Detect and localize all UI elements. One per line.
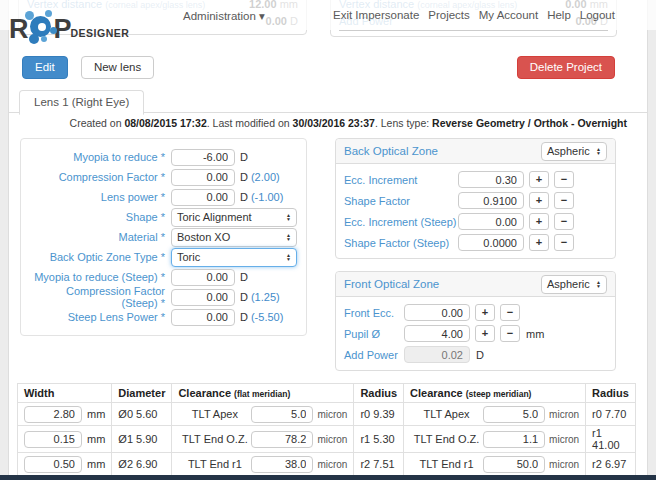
nav-administration-menu[interactable]: Administration ▾ [183,9,265,23]
clearance-steep-input[interactable] [483,456,545,473]
select-caret-icon: ▲▼ [286,253,291,262]
clearance-flat-label: TLT Apex [178,408,251,420]
zone-row: Front Ecc. + − [344,302,607,323]
app-card: Vertex distance (corneal apex/glass lens… [8,0,648,480]
material-label: Material * [29,231,171,243]
nav-help[interactable]: Help [547,9,571,21]
front-zone-profile-select[interactable]: Aspheric▲▼ [541,275,607,294]
increment-button[interactable]: + [529,192,549,209]
compression-factor-steep-input[interactable] [171,289,235,306]
suggested-value: (-5.50) [251,311,283,323]
footer-bar [0,475,656,480]
material-select[interactable]: Boston XO▲▼ [171,228,297,247]
zone-row: Add Power D [344,344,607,365]
decrement-button[interactable]: − [554,171,574,188]
zone-row: Shape Factor + − [344,190,607,211]
myopia-to-reduce-label: Myopia to reduce * [29,151,171,163]
divider [339,30,608,31]
clearance-steep-input [483,431,545,448]
nav-my-account[interactable]: My Account [479,9,538,21]
lens-tabs: Lens 1 (Right Eye) [9,89,647,113]
lens-power-input[interactable] [171,189,235,206]
zone-row: Pupil Ø + − mm [344,323,607,344]
nav-projects[interactable]: Projects [428,9,470,21]
delete-project-button[interactable]: Delete Project [517,56,615,79]
unit-d: D [476,349,484,361]
table-row: mm Ø2 6.90 TLT End r1micron r2 7.51 TLT … [18,453,636,476]
myopia-to-reduce-input[interactable] [171,149,235,166]
nav-exit-impersonate[interactable]: Exit Impersonate [333,9,419,21]
shape-factor-label: Shape Factor [344,195,458,207]
right-column: Back Optical Zone Aspheric▲▼ Ecc. Increm… [335,138,616,371]
ecc-increment-input[interactable] [458,171,524,188]
radius-steep-value: r2 6.97 [586,453,636,476]
front-ecc-input[interactable] [404,304,470,321]
ecc-increment-steep-input[interactable] [458,213,524,230]
compression-factor-steep-label: Compression Factor (Steep) * [29,285,171,309]
front-optical-zone-title: Front Optical Zone [344,278,439,290]
diameter-value: Ø2 6.90 [112,453,172,476]
compression-factor-label: Compression Factor * [29,171,171,183]
zone-row: Ecc. Increment (Steep) + − [344,211,607,232]
shape-select[interactable]: Toric Alignment▲▼ [171,208,297,227]
shape-factor-steep-input[interactable] [458,234,524,251]
increment-button[interactable]: + [529,171,549,188]
clearance-steep-label: TLT End r1 [410,458,483,470]
clearance-steep-input [483,406,545,423]
clearance-flat-input[interactable] [251,406,313,423]
decrement-button[interactable]: − [500,304,520,321]
increment-button[interactable]: + [529,213,549,230]
modified-timestamp: 30/03/2016 23:37 [293,117,375,129]
front-optical-zone-panel: Front Optical Zone Aspheric▲▼ Front Ecc.… [335,271,616,371]
width-input[interactable] [24,456,82,473]
clearance-flat-input[interactable] [251,456,313,473]
new-lens-button[interactable]: New lens [81,56,154,79]
increment-button[interactable]: + [475,325,495,342]
add-power-input [404,346,470,363]
steep-lens-power-label: Steep Lens Power * [29,311,171,323]
back-optic-zone-type-select[interactable]: Toric▲▼ [171,248,297,267]
table-header-row: Width Diameter Clearance (flat meridian)… [18,384,636,403]
lens-meta-line: Created on 08/08/2015 17:32. Last modifi… [9,113,647,129]
radius-steep-value: r0 7.70 [586,403,636,426]
ecc-increment-steep-label: Ecc. Increment (Steep) [344,216,458,228]
increment-button[interactable]: + [529,234,549,251]
form-row: Shape * Toric Alignment▲▼ [29,207,298,227]
table-row: mm Ø1 5.90 TLT End O.Z.micron r1 5.30 TL… [18,426,636,453]
decrement-button[interactable]: − [554,192,574,209]
logo-designer-text: DESIGNER [71,27,130,44]
pupil-diameter-label: Pupil Ø [344,328,404,340]
back-zone-profile-select[interactable]: Aspheric▲▼ [541,142,607,161]
myopia-to-reduce-steep-input[interactable] [171,269,235,286]
unit-d: D [240,151,248,163]
radius-flat-value: r1 5.30 [354,426,404,453]
chevron-down-icon: ▾ [259,10,265,22]
steep-lens-power-input[interactable] [171,309,235,326]
compression-factor-input[interactable] [171,169,235,186]
select-caret-icon: ▲▼ [596,280,601,289]
width-input[interactable] [24,431,82,448]
rgp-designer-logo: R P DESIGNER [9,8,129,44]
width-input[interactable] [24,406,82,423]
add-power-field-label: Add Power [344,349,404,361]
nav-logout[interactable]: Logout [580,9,615,21]
increment-button[interactable]: + [475,304,495,321]
ecc-increment-label: Ecc. Increment [344,174,458,186]
decrement-button[interactable]: − [500,325,520,342]
shape-label: Shape * [29,211,171,223]
edit-button[interactable]: Edit [22,56,68,79]
zones-table: Width Diameter Clearance (flat meridian)… [17,383,636,480]
logo-letter-r: R [9,14,28,44]
decrement-button[interactable]: − [554,213,574,230]
back-optic-zone-type-label: Back Optic Zone Type * [29,251,171,263]
suggested-value: (2.00) [251,171,280,183]
diameter-value: Ø0 5.60 [112,403,172,426]
zone-row: Shape Factor (Steep) + − [344,232,607,253]
pupil-diameter-input[interactable] [404,325,470,342]
myopia-to-reduce-steep-label: Myopia to reduce (Steep) * [29,271,171,283]
tab-lens-1-right-eye[interactable]: Lens 1 (Right Eye) [19,90,144,115]
radius-steep-value: r1 41.00 [586,426,636,453]
shape-factor-input[interactable] [458,192,524,209]
clearance-flat-input [251,431,313,448]
decrement-button[interactable]: − [554,234,574,251]
